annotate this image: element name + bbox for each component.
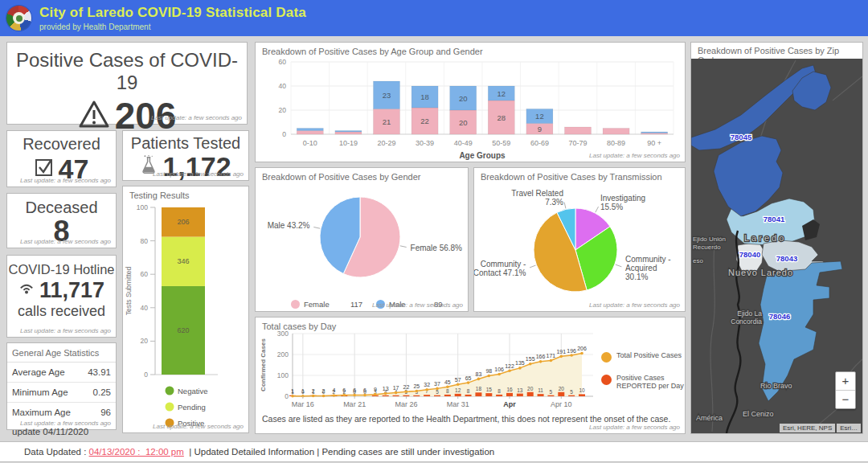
transmission-pie-panel: Breakdown of Positive Cases by Transmiss… [473, 167, 686, 312]
app-title: City of Laredo COVID-19 Statistical Data [39, 5, 306, 21]
svg-text:Age Groups: Age Groups [459, 151, 506, 160]
svg-text:4: 4 [332, 387, 335, 393]
last-update-note: Last update: a few seconds ago [153, 423, 244, 430]
svg-text:9: 9 [538, 125, 542, 133]
svg-text:Confirmed Cases: Confirmed Cases [260, 338, 267, 391]
svg-text:106: 106 [494, 367, 504, 372]
svg-text:40-49: 40-49 [454, 139, 473, 147]
svg-text:7.3%: 7.3% [545, 198, 563, 207]
svg-text:11: 11 [538, 387, 543, 393]
svg-text:50-59: 50-59 [492, 139, 510, 147]
svg-text:300: 300 [277, 330, 289, 338]
svg-text:40: 40 [279, 82, 287, 90]
svg-text:20: 20 [141, 337, 149, 345]
svg-text:135: 135 [515, 360, 525, 366]
warning-triangle-icon [78, 100, 110, 132]
map-attribution: Esri, HERE, NPSEsri… [778, 424, 861, 432]
svg-text:346: 346 [177, 257, 189, 265]
svg-text:22: 22 [420, 117, 429, 125]
svg-text:166: 166 [536, 354, 546, 359]
age-stat-label: Average Age [12, 367, 65, 377]
svg-text:90 +: 90 + [647, 139, 661, 147]
svg-text:Pending: Pending [178, 403, 206, 412]
total-cases-note: Cases are listed as they are reported to… [262, 414, 670, 424]
age-statistics-card: General Age Statistics Average Age 43.91… [6, 342, 117, 430]
last-update-note: Last update: a few seconds ago [20, 238, 111, 245]
svg-text:Apr: Apr [503, 400, 516, 408]
svg-text:70-79: 70-79 [568, 139, 587, 147]
map-zoom-in-button[interactable]: + [836, 372, 855, 391]
zipcode-map-panel: Breakdown of Positive Cases by Zip Code … [690, 42, 863, 434]
svg-text:Community -: Community - [481, 260, 526, 268]
app-subtitle: provided by Health Department [39, 23, 306, 31]
svg-text:20: 20 [459, 94, 468, 103]
svg-text:18: 18 [476, 386, 482, 391]
svg-text:78041: 78041 [764, 215, 785, 223]
testing-results-panel: Testing Results 020406080100620346206Tes… [122, 186, 249, 433]
app-header: City of Laredo COVID-19 Statistical Data… [0, 0, 868, 36]
svg-text:20: 20 [459, 118, 468, 127]
footer-bar: Data Updated : 04/13/2020 : 12:00 pm | U… [0, 441, 868, 462]
svg-text:Community -: Community - [625, 255, 671, 264]
svg-text:Rio Bravo: Rio Bravo [760, 382, 792, 390]
positive-cases-title: Positive Cases of COVID-19 [7, 49, 247, 94]
svg-text:80: 80 [141, 237, 149, 245]
svg-text:Mar 21: Mar 21 [343, 400, 366, 408]
svg-text:2: 2 [312, 388, 315, 394]
svg-text:171: 171 [547, 353, 556, 359]
total-cases-title: Total cases by Day [256, 318, 685, 331]
svg-text:80-89: 80-89 [607, 139, 625, 147]
svg-text:22: 22 [403, 384, 410, 390]
svg-text:1: 1 [301, 388, 305, 394]
age-stat-row: Average Age 43.91 [7, 363, 116, 383]
gender-pie-chart: Female 56.8%Male 43.2%Female117Male89 [256, 181, 468, 311]
testing-results-title: Testing Results [123, 186, 248, 200]
last-update-note: Last update: a few seconds ago [589, 152, 680, 159]
svg-text:12: 12 [455, 387, 461, 393]
svg-text:8: 8 [467, 388, 470, 394]
svg-text:Recuerdo: Recuerdo [693, 244, 721, 251]
svg-text:Mar 16: Mar 16 [292, 400, 314, 408]
svg-text:620: 620 [177, 326, 189, 334]
svg-text:15: 15 [486, 387, 493, 392]
hotline-card: COVID-19 Hotline 11,717 calls received L… [6, 255, 117, 338]
svg-text:Ejido La: Ejido La [737, 309, 762, 318]
svg-text:206: 206 [577, 346, 587, 351]
svg-text:5: 5 [570, 389, 573, 395]
svg-text:23: 23 [383, 91, 391, 100]
svg-text:8: 8 [446, 388, 449, 394]
svg-text:32: 32 [424, 382, 430, 387]
svg-text:40: 40 [141, 304, 149, 312]
age-stat-value: 96 [100, 408, 111, 417]
svg-text:Laredo: Laredo [744, 233, 786, 243]
svg-text:196: 196 [567, 348, 576, 354]
svg-text:12: 12 [535, 112, 544, 121]
svg-text:0: 0 [285, 392, 289, 400]
map-zoom-out-button[interactable]: − [836, 391, 855, 408]
age-stat-row: Minimum Age 0.25 [7, 383, 116, 403]
svg-text:Mar 31: Mar 31 [447, 400, 469, 408]
svg-text:Contact 47.1%: Contact 47.1% [474, 268, 526, 277]
last-update-note: Last update: a few seconds ago [20, 327, 111, 334]
last-update-note: Last update: a few seconds ago [589, 301, 680, 309]
svg-text:1: 1 [291, 388, 294, 394]
last-update-note: Last update: a few seconds ago [589, 424, 680, 431]
svg-text:Tests Submitted: Tests Submitted [125, 266, 133, 315]
svg-text:28: 28 [497, 113, 506, 122]
transmission-pie-title: Breakdown of Positive Cases by Transmiss… [474, 168, 685, 182]
svg-text:13: 13 [383, 386, 389, 391]
svg-text:60: 60 [279, 58, 287, 66]
svg-text:57: 57 [455, 377, 461, 383]
svg-text:Concordia: Concordia [731, 318, 762, 326]
last-update-note: Last update: a few seconds ago [151, 114, 242, 121]
age-gender-chart: 02040600-1010-19212320-29221830-39202040… [256, 55, 685, 162]
svg-text:25: 25 [413, 383, 420, 389]
last-update-note: Last update: a few seconds ago [20, 177, 111, 184]
age-stat-value: 43.91 [88, 367, 111, 377]
svg-text:8: 8 [497, 388, 501, 394]
data-updated-date-link[interactable]: 04/13/2020 : 12:00 pm [89, 447, 184, 457]
svg-text:60: 60 [141, 270, 149, 278]
svg-text:78043: 78043 [776, 254, 797, 263]
svg-text:Mar 26: Mar 26 [395, 400, 417, 408]
svg-text:20: 20 [527, 386, 534, 391]
